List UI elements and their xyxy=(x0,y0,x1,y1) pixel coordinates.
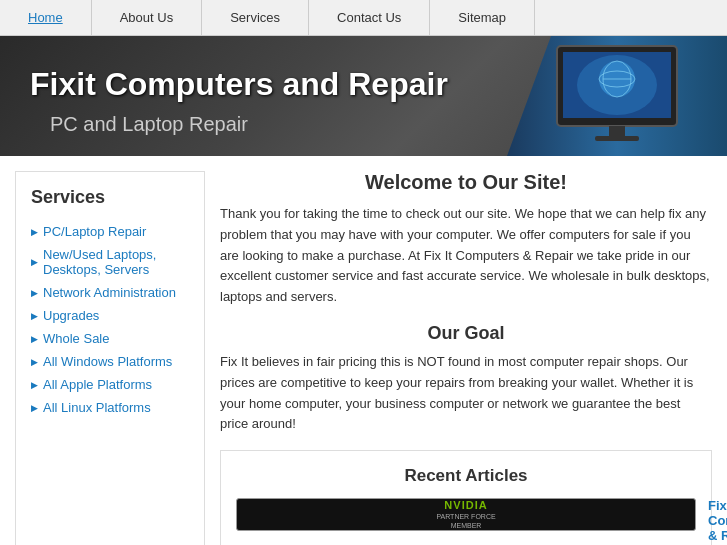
list-item: All Linux Platforms xyxy=(31,396,189,419)
article-item: NVIDIA PARTNER FORCEMEMBER Fix IT Comput… xyxy=(236,498,696,545)
sidebar-links: PC/Laptop Repair New/Used Laptops, Deskt… xyxy=(31,220,189,419)
nav-sitemap[interactable]: Sitemap xyxy=(430,0,535,35)
welcome-text: Thank you for taking the time to check o… xyxy=(220,204,712,308)
list-item: New/Used Laptops, Desktops, Servers xyxy=(31,243,189,281)
svg-rect-7 xyxy=(609,126,625,136)
welcome-heading: Welcome to Our Site! xyxy=(220,171,712,194)
list-item: Upgrades xyxy=(31,304,189,327)
goal-text: Fix It believes in fair pricing this is … xyxy=(220,352,712,435)
nav-home[interactable]: Home xyxy=(0,0,92,35)
article-thumb-nvidia: NVIDIA PARTNER FORCEMEMBER xyxy=(236,498,696,531)
list-item: Network Administration xyxy=(31,281,189,304)
recent-articles-heading: Recent Articles xyxy=(236,466,696,486)
sidebar-link-apple[interactable]: All Apple Platforms xyxy=(43,377,152,392)
list-item: All Windows Platforms xyxy=(31,350,189,373)
nav-services[interactable]: Services xyxy=(202,0,309,35)
sidebar-link-upgrades[interactable]: Upgrades xyxy=(43,308,99,323)
list-item: Whole Sale xyxy=(31,327,189,350)
main-content: Welcome to Our Site! Thank you for takin… xyxy=(220,171,712,545)
sidebar-link-windows[interactable]: All Windows Platforms xyxy=(43,354,172,369)
sidebar: Services PC/Laptop Repair New/Used Lapto… xyxy=(15,171,205,545)
sidebar-link-linux[interactable]: All Linux Platforms xyxy=(43,400,151,415)
hero-banner: Fixit Computers and Repair PC and Laptop… xyxy=(0,36,727,156)
nvidia-logo-text: NVIDIA xyxy=(444,499,487,511)
article-content: Fix IT Computers & Repair Is a Preferred… xyxy=(708,498,727,545)
navigation: Home About Us Services Contact Us Sitema… xyxy=(0,0,727,36)
list-item: PC/Laptop Repair xyxy=(31,220,189,243)
svg-rect-8 xyxy=(595,136,639,141)
nvidia-logo-subtitle: PARTNER FORCEMEMBER xyxy=(436,513,495,530)
sidebar-link-pc[interactable]: PC/Laptop Repair xyxy=(43,224,146,239)
nav-about[interactable]: About Us xyxy=(92,0,202,35)
list-item: All Apple Platforms xyxy=(31,373,189,396)
sidebar-heading: Services xyxy=(31,187,189,208)
hero-image xyxy=(507,36,727,156)
sidebar-link-network[interactable]: Network Administration xyxy=(43,285,176,300)
recent-articles-section: Recent Articles NVIDIA PARTNER FORCEMEMB… xyxy=(220,450,712,545)
goal-heading: Our Goal xyxy=(220,323,712,344)
main-layout: Services PC/Laptop Repair New/Used Lapto… xyxy=(0,156,727,545)
sidebar-link-laptops[interactable]: New/Used Laptops, Desktops, Servers xyxy=(43,247,189,277)
article-title-link[interactable]: Fix IT Computers & Repair Is a Preferred… xyxy=(708,498,727,545)
nav-contact[interactable]: Contact Us xyxy=(309,0,430,35)
sidebar-link-wholesale[interactable]: Whole Sale xyxy=(43,331,109,346)
